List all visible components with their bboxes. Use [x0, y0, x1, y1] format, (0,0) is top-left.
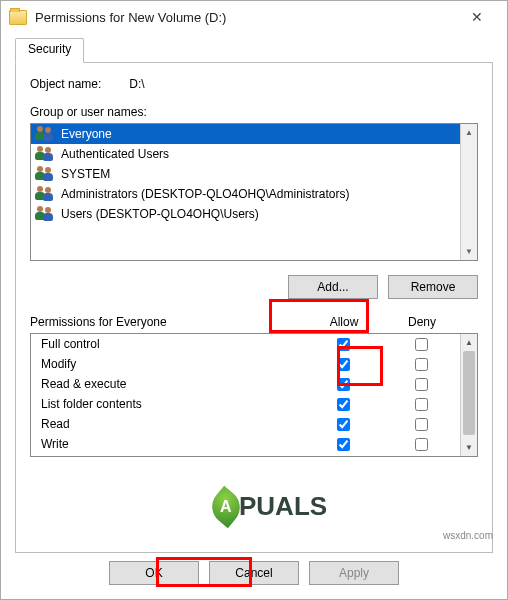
list-item[interactable]: SYSTEM	[31, 164, 477, 184]
dialog-buttons: OK Cancel Apply	[1, 561, 507, 585]
cancel-button[interactable]: Cancel	[209, 561, 299, 585]
object-label: Object name:	[30, 77, 126, 91]
perm-row: Modify	[31, 354, 477, 374]
remove-button[interactable]: Remove	[388, 275, 478, 299]
scroll-track[interactable]	[461, 141, 477, 243]
tab-security[interactable]: Security	[15, 38, 84, 63]
deny-checkbox[interactable]	[415, 358, 428, 371]
content-area: Security Object name: D:\ Group or user …	[1, 33, 507, 553]
perm-name: List folder contents	[31, 397, 304, 411]
deny-checkbox[interactable]	[415, 438, 428, 451]
deny-checkbox[interactable]	[415, 418, 428, 431]
window-title: Permissions for New Volume (D:)	[35, 10, 226, 25]
deny-checkbox[interactable]	[415, 378, 428, 391]
scroll-thumb[interactable]	[463, 351, 475, 435]
permissions-grid: Full controlModifyRead & executeList fol…	[30, 333, 478, 457]
add-button[interactable]: Add...	[288, 275, 378, 299]
user-buttons-row: Add... Remove	[30, 275, 478, 299]
user-list-scrollbar[interactable]: ▲ ▼	[460, 124, 477, 260]
list-item-label: SYSTEM	[61, 167, 110, 181]
tabstrip: Security	[15, 37, 493, 63]
object-value: D:\	[129, 77, 144, 91]
permissions-dialog: Permissions for New Volume (D:) ✕ Securi…	[0, 0, 508, 600]
user-list[interactable]: EveryoneAuthenticated UsersSYSTEMAdminis…	[30, 123, 478, 261]
perm-name: Modify	[31, 357, 304, 371]
col-deny: Deny	[383, 315, 461, 329]
perm-row: List folder contents	[31, 394, 477, 414]
watermark: wsxdn.com	[443, 530, 493, 541]
perm-name: Full control	[31, 337, 304, 351]
perm-row: Write	[31, 434, 477, 454]
perm-name: Read & execute	[31, 377, 304, 391]
list-item[interactable]: Everyone	[31, 124, 477, 144]
allow-checkbox[interactable]	[337, 358, 350, 371]
perm-scrollbar[interactable]: ▲ ▼	[460, 334, 477, 456]
perm-row: Full control	[31, 334, 477, 354]
users-icon	[35, 186, 55, 202]
folder-icon	[9, 10, 27, 25]
deny-checkbox[interactable]	[415, 398, 428, 411]
scroll-down-icon[interactable]: ▼	[461, 439, 477, 456]
col-allow: Allow	[305, 315, 383, 329]
list-item-label: Everyone	[61, 127, 112, 141]
group-label: Group or user names:	[30, 105, 478, 119]
list-item-label: Administrators (DESKTOP-QLO4OHQ\Administ…	[61, 187, 350, 201]
perm-name: Write	[31, 437, 304, 451]
scroll-up-icon[interactable]: ▲	[461, 334, 477, 351]
users-icon	[35, 126, 55, 142]
list-item[interactable]: Administrators (DESKTOP-QLO4OHQ\Administ…	[31, 184, 477, 204]
perm-label: Permissions for Everyone	[30, 315, 305, 329]
apply-button[interactable]: Apply	[309, 561, 399, 585]
deny-checkbox[interactable]	[415, 338, 428, 351]
close-button[interactable]: ✕	[455, 3, 499, 31]
allow-checkbox[interactable]	[337, 378, 350, 391]
scroll-down-icon[interactable]: ▼	[461, 243, 477, 260]
perm-name: Read	[31, 417, 304, 431]
list-item-label: Authenticated Users	[61, 147, 169, 161]
allow-checkbox[interactable]	[337, 418, 350, 431]
ok-button[interactable]: OK	[109, 561, 199, 585]
list-item[interactable]: Authenticated Users	[31, 144, 477, 164]
allow-checkbox[interactable]	[337, 398, 350, 411]
allow-checkbox[interactable]	[337, 438, 350, 451]
perm-row: Read	[31, 414, 477, 434]
tab-body: Object name: D:\ Group or user names: Ev…	[15, 63, 493, 553]
users-icon	[35, 206, 55, 222]
list-item[interactable]: Users (DESKTOP-QLO4OHQ\Users)	[31, 204, 477, 224]
object-row: Object name: D:\	[30, 77, 478, 91]
perm-header: Permissions for Everyone Allow Deny	[30, 315, 478, 329]
titlebar: Permissions for New Volume (D:) ✕	[1, 1, 507, 33]
appuals-logo: A PUALS	[211, 491, 327, 522]
perm-row: Read & execute	[31, 374, 477, 394]
scroll-up-icon[interactable]: ▲	[461, 124, 477, 141]
users-icon	[35, 146, 55, 162]
allow-checkbox[interactable]	[337, 338, 350, 351]
list-item-label: Users (DESKTOP-QLO4OHQ\Users)	[61, 207, 259, 221]
users-icon	[35, 166, 55, 182]
